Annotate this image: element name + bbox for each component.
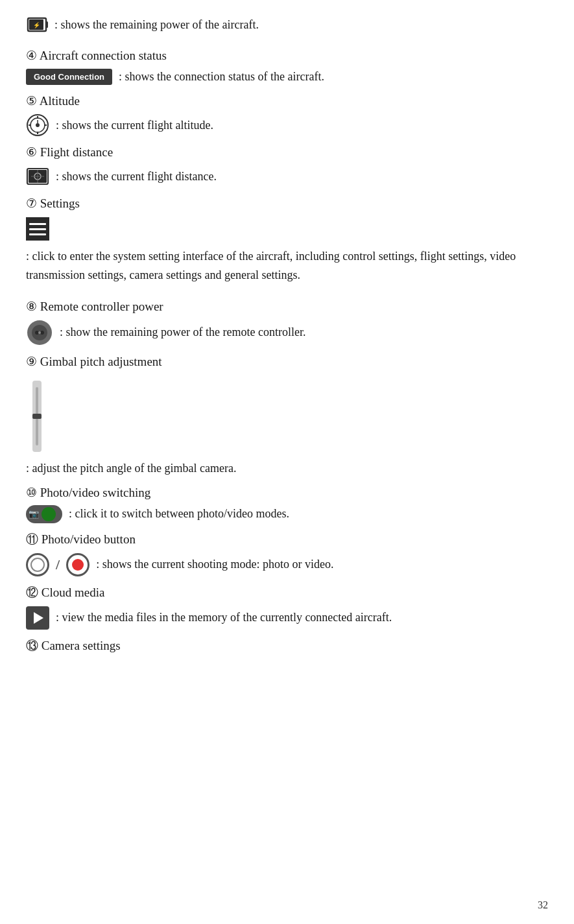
altitude-row: : shows the current flight altitude. [26, 113, 548, 137]
photo-video-button-row: / : shows the current shooting mode: pho… [26, 553, 548, 576]
section-aircraft-connection: ④ Aircraft connection status Good Connec… [26, 48, 548, 86]
section-photo-video-switching: ⑩ Photo/video switching 📷 : click it to … [26, 485, 548, 523]
cloud-media-heading: ⑫ Cloud media [26, 584, 548, 601]
rc-power-heading: ⑧ Remote controller power [26, 299, 548, 314]
video-button-icon[interactable] [66, 553, 90, 576]
play-triangle [34, 612, 43, 624]
svg-point-10 [36, 123, 40, 127]
aircraft-connection-row: Good Connection : shows the connection s… [26, 68, 548, 86]
cloud-media-play-icon[interactable] [26, 606, 49, 630]
page-number: 32 [538, 899, 548, 911]
settings-heading: ⑦ Settings [26, 196, 548, 211]
section-flight-distance: ⑥ Flight distance : shows the current fl… [26, 145, 548, 188]
settings-hamburger-icon [26, 217, 49, 241]
aircraft-connection-desc: : shows the connection status of the air… [119, 68, 324, 86]
photo-video-switching-heading: ⑩ Photo/video switching [26, 485, 548, 500]
section-gimbal: ⑨ Gimbal pitch adjustment : adjust the p… [26, 354, 548, 477]
photo-video-switching-desc: : click it to switch between photo/video… [69, 505, 289, 523]
photo-video-button-desc: : shows the current shooting mode: photo… [96, 556, 333, 573]
gimbal-heading: ⑨ Gimbal pitch adjustment [26, 354, 548, 369]
photo-video-button-heading: ⑪ Photo/video button [26, 531, 548, 548]
rc-power-desc: : show the remaining power of the remote… [60, 324, 305, 341]
section-cloud-media: ⑫ Cloud media : view the media files in … [26, 584, 548, 630]
toggle-circle [42, 507, 56, 521]
cloud-media-row: : view the media files in the memory of … [26, 606, 548, 630]
altitude-heading: ⑤ Altitude [26, 93, 548, 108]
settings-desc: : click to enter the system setting inte… [26, 247, 548, 285]
camera-symbol: 📷 [29, 509, 39, 519]
svg-rect-1 [46, 21, 48, 28]
photo-video-toggle-icon[interactable]: 📷 [26, 505, 62, 523]
battery-desc-text: : shows the remaining power of the aircr… [54, 16, 259, 34]
altitude-desc: : shows the current flight altitude. [56, 117, 213, 134]
flight-distance-row: : shows the current flight distance. [26, 165, 548, 188]
gimbal-row [26, 374, 548, 457]
photo-button-icon[interactable] [26, 553, 49, 576]
settings-row: : click to enter the system setting inte… [26, 216, 548, 291]
photo-video-switching-row: 📷 : click it to switch between photo/vid… [26, 505, 548, 523]
aircraft-connection-heading: ④ Aircraft connection status [26, 48, 548, 63]
top-battery-row: ⚡ : shows the remaining power of the air… [26, 13, 548, 36]
altitude-icon [26, 113, 49, 137]
svg-point-21 [38, 331, 41, 334]
rc-power-icon [26, 319, 53, 346]
rc-power-row: : show the remaining power of the remote… [26, 319, 548, 346]
gimbal-desc-row: : adjust the pitch angle of the gimbal c… [26, 460, 548, 477]
slash-divider: / [56, 556, 60, 573]
good-connection-button[interactable]: Good Connection [26, 69, 112, 85]
camera-settings-heading: ⑬ Camera settings [26, 637, 548, 654]
svg-text:⚡: ⚡ [33, 21, 41, 29]
section-rc-power: ⑧ Remote controller power : show the rem… [26, 299, 548, 346]
aircraft-battery-icon: ⚡ [26, 13, 49, 36]
cloud-media-desc: : view the media files in the memory of … [56, 609, 392, 626]
flight-distance-heading: ⑥ Flight distance [26, 145, 548, 160]
section-settings: ⑦ Settings : click to enter the system s… [26, 196, 548, 291]
section-photo-video-button: ⑪ Photo/video button / : shows the curre… [26, 531, 548, 576]
flight-distance-icon [26, 165, 49, 188]
gimbal-desc: : adjust the pitch angle of the gimbal c… [26, 460, 236, 477]
section-altitude: ⑤ Altitude : shows the current flight al… [26, 93, 548, 137]
gimbal-slider-icon [32, 381, 42, 452]
section-camera-settings: ⑬ Camera settings [26, 637, 548, 654]
flight-distance-desc: : shows the current flight distance. [56, 168, 217, 185]
